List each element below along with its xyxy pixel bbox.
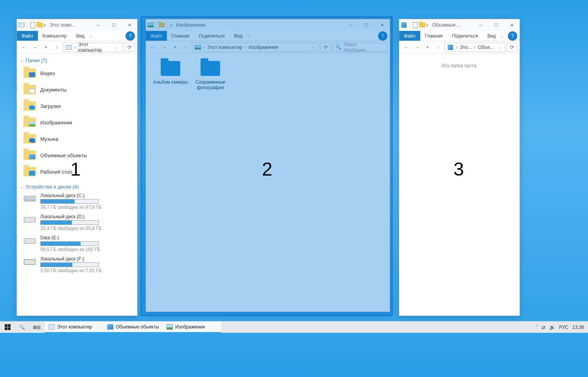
window-3d-objects[interactable]: ▾ Объемные ... ─ ☐ ✕ Файл Главная Подели… bbox=[399, 19, 520, 316]
minimize-button[interactable]: ─ bbox=[473, 19, 488, 31]
ribbon-tabs: Файл Главная Поделиться Вид ⌄ ? bbox=[399, 31, 520, 41]
drive-sub: 3,50 ГБ свободно из 7,81 ГБ bbox=[40, 268, 102, 273]
tab-view[interactable]: Вид bbox=[482, 31, 500, 41]
window-title: Объемные ... bbox=[430, 22, 473, 28]
desktop[interactable]: Explorer++ - Shortcut Days Gone v1.0 Plu… bbox=[0, 0, 588, 377]
folder-item-desktop[interactable]: Рабочий стол bbox=[17, 163, 137, 180]
nav-forward-button[interactable]: → bbox=[30, 43, 39, 52]
drive-name: Локальный диск (C:) bbox=[40, 193, 102, 198]
taskbar[interactable]: 🔍 ⊞⊟ Этот компьютер Объемные объекты Изо… bbox=[0, 321, 588, 333]
section-label: Устройства и диски (4) bbox=[25, 184, 79, 190]
quick-folder-icon[interactable] bbox=[37, 22, 43, 28]
nav-up-button[interactable]: ↑ bbox=[434, 43, 443, 52]
folder-item-documents[interactable]: Документы bbox=[17, 81, 137, 98]
maximize-button[interactable]: ☐ bbox=[488, 19, 504, 31]
folder-item-pictures[interactable]: Изображения bbox=[17, 114, 137, 131]
chevron-down-icon: ⌄ bbox=[20, 58, 23, 63]
quick-doc-icon[interactable] bbox=[30, 22, 36, 28]
tray-overflow-icon[interactable]: ˄ bbox=[535, 325, 538, 330]
folder-label: Загрузки bbox=[40, 103, 61, 109]
cube-icon bbox=[447, 44, 454, 50]
folder-item-3dobjects[interactable]: Объемные объекты bbox=[17, 147, 137, 163]
nav-history-button[interactable]: ▾ bbox=[423, 43, 432, 52]
drive-item-e[interactable]: Data (E:)59,5 ГБ свободно из 192 ГБ bbox=[17, 233, 137, 255]
quick-doc-icon[interactable] bbox=[412, 22, 418, 28]
windows-logo-icon bbox=[5, 324, 11, 330]
folder-label: Музыка bbox=[40, 136, 58, 142]
drive-sub: 25,4 ГБ свободно из 55,8 ГБ bbox=[40, 226, 102, 231]
tab-file[interactable]: Файл bbox=[399, 31, 420, 41]
pc-icon bbox=[66, 44, 72, 50]
breadcrumb-segment[interactable]: Объе... bbox=[478, 45, 494, 50]
folder-label: Документы bbox=[40, 87, 66, 93]
window-this-pc[interactable]: ▾ Этот комп... ─ ☐ ✕ Файл Компьютер Вид … bbox=[16, 19, 138, 316]
breadcrumb-segment[interactable]: Этот компьютер bbox=[78, 42, 111, 53]
drive-name: Локальный диск (D:) bbox=[40, 214, 102, 219]
qa-dropdown-icon[interactable]: ▾ bbox=[44, 23, 46, 27]
help-button[interactable]: ? bbox=[508, 31, 517, 41]
empty-folder-message: Эта папка пуста. bbox=[399, 54, 520, 78]
refresh-button[interactable]: ⟳ bbox=[507, 43, 517, 52]
search-button[interactable]: 🔍 bbox=[15, 321, 29, 333]
drive-item-c[interactable]: Локальный диск (C:)39,7 ГБ свободно из 9… bbox=[17, 191, 137, 212]
window-icon bbox=[401, 22, 407, 28]
taskbar-task-3d-objects[interactable]: Объемные объекты bbox=[103, 321, 163, 333]
drive-usage-bar bbox=[40, 220, 99, 225]
help-button[interactable]: ? bbox=[125, 31, 135, 41]
content-area[interactable]: ⌄ Папки (7) Видео Документы Загрузки Изо… bbox=[17, 54, 137, 316]
address-bar[interactable]: › Этот компьютер ⌄ bbox=[63, 43, 122, 52]
address-row: ← → ▾ ↑ › Это... › Объе... ⌄ ⟳ bbox=[399, 41, 520, 54]
search-icon: 🔍 bbox=[19, 325, 25, 330]
close-button[interactable]: ✕ bbox=[504, 19, 520, 31]
taskbar-task-images[interactable]: Изображения bbox=[163, 321, 221, 333]
qa-dropdown-icon[interactable]: ▾ bbox=[426, 23, 428, 27]
drive-name: Data (E:) bbox=[40, 235, 100, 241]
tray-network-icon[interactable]: ⇄ bbox=[541, 325, 545, 330]
tab-home[interactable]: Главная bbox=[420, 31, 448, 41]
tab-computer[interactable]: Компьютер bbox=[38, 31, 72, 41]
tray-volume-icon[interactable]: 🔊 bbox=[549, 325, 555, 330]
tray-language[interactable]: РУС bbox=[559, 325, 568, 330]
content-area[interactable]: Эта папка пуста. bbox=[399, 54, 520, 316]
nav-back-button[interactable]: ← bbox=[19, 43, 29, 52]
tab-share[interactable]: Поделиться bbox=[447, 31, 482, 41]
addr-dropdown-icon[interactable]: ⌄ bbox=[496, 45, 502, 49]
tray-clock[interactable]: 13:38 bbox=[572, 325, 584, 330]
ribbon-collapse-icon[interactable]: ⌄ bbox=[500, 34, 504, 38]
task-label: Этот компьютер bbox=[57, 324, 92, 330]
folder-item-downloads[interactable]: Загрузки bbox=[17, 98, 137, 114]
drive-icon bbox=[23, 214, 36, 226]
folders-section-header[interactable]: ⌄ Папки (7) bbox=[17, 54, 137, 65]
maximize-button[interactable]: ☐ bbox=[106, 19, 122, 31]
tab-file[interactable]: Файл bbox=[17, 31, 38, 41]
nav-history-button[interactable]: ▾ bbox=[41, 43, 50, 52]
quick-folder-icon[interactable] bbox=[419, 22, 425, 28]
titlebar[interactable]: ▾ Этот комп... ─ ☐ ✕ bbox=[17, 19, 137, 31]
nav-back-button[interactable]: ← bbox=[402, 43, 411, 52]
folder-label: Видео bbox=[40, 70, 55, 76]
folder-icon bbox=[23, 85, 36, 94]
addr-dropdown-icon[interactable]: ⌄ bbox=[113, 45, 120, 49]
nav-up-button[interactable]: ↑ bbox=[52, 43, 61, 52]
system-tray[interactable]: ˄ ⇄ 🔊 РУС 13:38 bbox=[531, 325, 588, 330]
folder-item-videos[interactable]: Видео bbox=[17, 65, 137, 81]
task-view-button[interactable]: ⊞⊟ bbox=[29, 321, 45, 333]
titlebar[interactable]: ▾ Объемные ... ─ ☐ ✕ bbox=[399, 19, 520, 31]
taskbar-task-this-pc[interactable]: Этот компьютер bbox=[45, 321, 103, 333]
tab-view[interactable]: Вид bbox=[72, 31, 90, 41]
start-button[interactable] bbox=[0, 321, 15, 333]
close-button[interactable]: ✕ bbox=[122, 19, 137, 31]
breadcrumb-segment[interactable]: Это... bbox=[460, 45, 472, 50]
folder-item-music[interactable]: Музыка bbox=[17, 131, 137, 147]
drive-icon bbox=[23, 235, 36, 247]
drive-item-d[interactable]: Локальный диск (D:)25,4 ГБ свободно из 5… bbox=[17, 212, 137, 233]
minimize-button[interactable]: ─ bbox=[90, 19, 106, 31]
address-bar[interactable]: › Это... › Объе... ⌄ bbox=[445, 43, 505, 52]
drives-section-header[interactable]: ⌄ Устройства и диски (4) bbox=[17, 180, 137, 191]
drive-item-f[interactable]: Локальный диск (F:)3,50 ГБ свободно из 7… bbox=[17, 255, 137, 276]
folder-icon bbox=[23, 118, 36, 127]
nav-forward-button[interactable]: → bbox=[412, 43, 421, 52]
ribbon-collapse-icon[interactable]: ⌄ bbox=[89, 34, 92, 38]
window-title: Этот комп... bbox=[47, 22, 90, 28]
refresh-button[interactable]: ⟳ bbox=[124, 43, 135, 52]
